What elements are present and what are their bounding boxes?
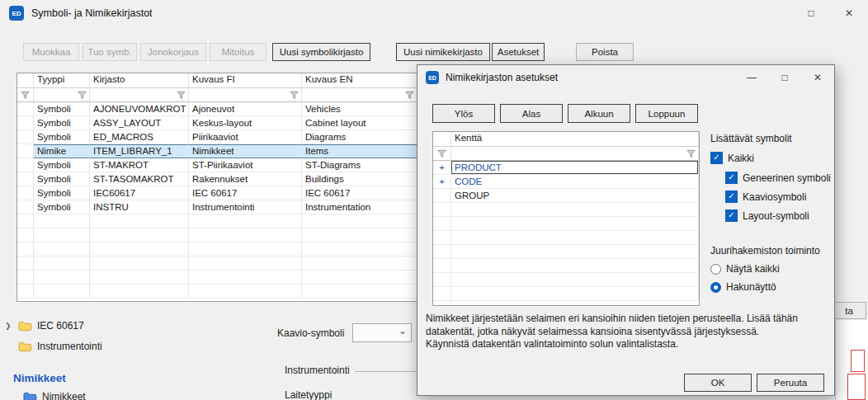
radio-button bbox=[710, 282, 721, 293]
field-row[interactable] bbox=[433, 231, 699, 245]
field-cell[interactable]: PRODUCT bbox=[451, 161, 699, 175]
table-cell: IEC 60617 bbox=[302, 186, 417, 200]
filter-row bbox=[433, 147, 699, 161]
table-cell: Instrumentointi bbox=[189, 200, 302, 214]
move-button-alkuun[interactable]: Alkuun bbox=[568, 104, 630, 123]
table-cell bbox=[302, 256, 417, 271]
field-row[interactable] bbox=[433, 273, 699, 287]
field-row[interactable] bbox=[433, 259, 699, 273]
radio-hakunäyttö[interactable]: Hakunäyttö bbox=[710, 281, 776, 293]
field-row[interactable] bbox=[433, 287, 699, 301]
move-button-ylös[interactable]: Ylös bbox=[432, 104, 495, 123]
kaavio-symboli-combo[interactable]: ⌄ bbox=[352, 323, 412, 342]
table-cell bbox=[90, 242, 189, 256]
field-row[interactable]: +PRODUCT bbox=[433, 161, 699, 175]
table-cell: ST-Diagrams bbox=[302, 158, 417, 172]
toolbar-button-mitoitus: Mitoitus bbox=[210, 43, 267, 61]
filter-cell[interactable] bbox=[451, 147, 699, 161]
table-cell: Nimike bbox=[34, 144, 90, 158]
filter-icon[interactable] bbox=[437, 149, 446, 158]
table-cell: Symboli bbox=[34, 172, 90, 186]
table-cell: AJONEUVOMAKROT bbox=[90, 102, 189, 116]
dialog-maximize-button[interactable]: □ bbox=[768, 65, 801, 90]
toolbar-button-poista[interactable]: Poista bbox=[576, 43, 634, 61]
filter-icon[interactable] bbox=[78, 91, 87, 100]
filter-icon[interactable] bbox=[290, 91, 299, 100]
radio-näytä-kaikki[interactable]: Näytä kaikki bbox=[710, 263, 780, 275]
table-cell: Keskus-layout bbox=[189, 116, 302, 130]
column-header-kenttä[interactable]: Kenttä bbox=[451, 132, 699, 147]
table-cell: Buildings bbox=[302, 172, 417, 186]
table-cell: Symboli bbox=[34, 102, 90, 116]
column-header-tyyppi[interactable]: Tyyppi bbox=[34, 73, 90, 88]
filter-icon[interactable] bbox=[177, 91, 186, 100]
filter-icon[interactable] bbox=[405, 91, 414, 100]
filter-cell[interactable] bbox=[90, 88, 189, 102]
table-cell bbox=[90, 285, 189, 299]
table-cell bbox=[189, 285, 302, 299]
checkbox-layout-symboli[interactable]: ✓Layout-symboli bbox=[725, 209, 809, 222]
checkbox-kaaviosymboli[interactable]: ✓Kaaviosymboli bbox=[725, 191, 806, 203]
dialog-minimize-button[interactable]: — bbox=[735, 65, 768, 90]
field-row[interactable] bbox=[433, 203, 699, 217]
table-cell: Symboli bbox=[34, 130, 90, 144]
filter-icon[interactable] bbox=[21, 91, 30, 100]
field-cell bbox=[451, 273, 699, 287]
cancel-button[interactable]: Peruuta bbox=[757, 374, 824, 392]
toolbar-button-uusi-symbolikirjasto[interactable]: Uusi symbolikirjasto bbox=[272, 43, 370, 61]
row-indicator-cell bbox=[17, 242, 34, 256]
checkbox-box: ✓ bbox=[710, 152, 723, 164]
row-indicator-cell bbox=[17, 214, 34, 228]
row-indicator-cell bbox=[17, 228, 34, 242]
checkbox-kaikki[interactable]: ✓Kaikki bbox=[710, 152, 754, 164]
dialog-close-button[interactable]: ✕ bbox=[801, 65, 834, 90]
row-indicator-cell bbox=[17, 285, 34, 299]
tree-item-iec-60617[interactable]: ❯IEC 60617 bbox=[5, 320, 84, 332]
kaavio-symboli-label: Kaavio-symboli bbox=[277, 327, 344, 339]
tree-item-partial[interactable]: Nimikkeet bbox=[23, 391, 86, 400]
dialog-window-controls: — □ ✕ bbox=[735, 65, 834, 90]
toolbar-button-tuo-symb: Tuo symb. bbox=[83, 43, 137, 61]
expand-indicator bbox=[433, 217, 451, 231]
radio-label: Näytä kaikki bbox=[726, 263, 780, 275]
groupbox-line bbox=[355, 371, 416, 372]
move-button-alas[interactable]: Alas bbox=[500, 104, 563, 123]
table-cell bbox=[34, 271, 90, 285]
field-row[interactable]: GROUP bbox=[433, 189, 699, 203]
main-titlebar: ED Symboli- ja Nimikekirjastot □ ✕ bbox=[0, 0, 868, 26]
field-row[interactable]: +CODE bbox=[433, 175, 699, 189]
table-cell: ST-TASOMAKROT bbox=[90, 172, 189, 186]
close-button[interactable]: ✕ bbox=[830, 0, 868, 26]
checkbox-label: Layout-symboli bbox=[743, 210, 809, 222]
table-cell bbox=[34, 285, 90, 299]
radio-button bbox=[710, 264, 721, 275]
field-cell bbox=[451, 203, 699, 217]
filter-icon[interactable] bbox=[686, 149, 696, 158]
highlight-box bbox=[847, 374, 866, 400]
partial-poista-button[interactable]: ta bbox=[832, 302, 866, 319]
tree-item-instrumentointi[interactable]: Instrumentointi bbox=[5, 341, 102, 352]
row-indicator-cell bbox=[17, 256, 34, 271]
field-row[interactable] bbox=[433, 245, 699, 259]
column-header-kuvaus-fi[interactable]: Kuvaus FI bbox=[189, 73, 302, 88]
field-cell[interactable]: CODE bbox=[451, 175, 699, 189]
folder-icon bbox=[18, 321, 32, 332]
column-header-kuvaus-en[interactable]: Kuvaus EN bbox=[302, 73, 417, 88]
table-cell bbox=[34, 256, 90, 271]
field-row[interactable] bbox=[433, 217, 699, 231]
ok-button[interactable]: OK bbox=[684, 374, 752, 392]
filter-cell[interactable] bbox=[34, 88, 90, 102]
expand-indicator bbox=[433, 259, 451, 273]
toolbar-button-uusi-nimikekirjasto[interactable]: Uusi nimikekirjasto bbox=[396, 43, 490, 61]
filter-cell[interactable] bbox=[302, 88, 417, 102]
move-button-loppuun[interactable]: Loppuun bbox=[635, 104, 698, 123]
maximize-button[interactable]: □ bbox=[792, 0, 830, 26]
checkbox-geneerinen-symboli[interactable]: ✓Geneerinen symboli bbox=[725, 172, 831, 184]
column-header-kirjasto[interactable]: Kirjasto bbox=[90, 73, 189, 88]
field-cell[interactable]: GROUP bbox=[451, 189, 699, 203]
tree-item-label: IEC 60617 bbox=[37, 320, 84, 332]
table-cell: Symboli bbox=[34, 186, 90, 200]
row-indicator-cell bbox=[17, 172, 34, 186]
filter-cell[interactable] bbox=[189, 88, 302, 102]
toolbar-button-asetukset[interactable]: Asetukset bbox=[492, 43, 545, 61]
